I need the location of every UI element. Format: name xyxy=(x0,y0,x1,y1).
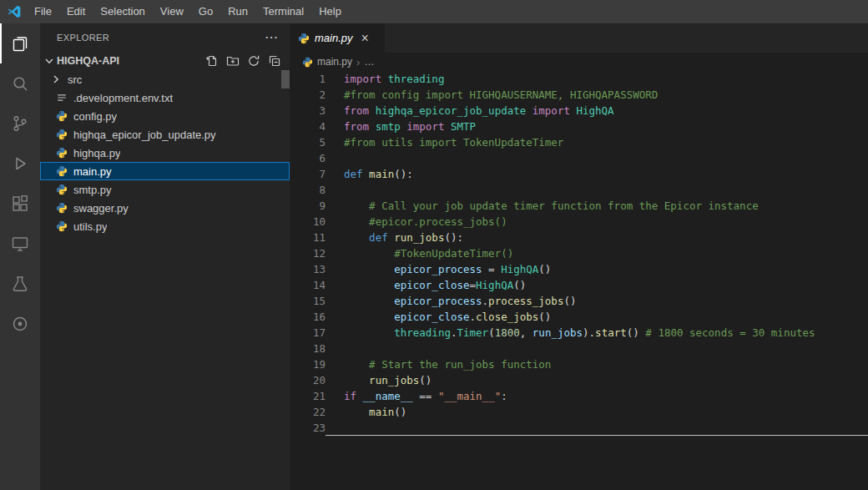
menu-selection[interactable]: Selection xyxy=(93,0,152,23)
code-text: epicor_process = HighQA() xyxy=(326,261,868,277)
activitybar-extensions[interactable] xyxy=(0,184,40,224)
python-icon xyxy=(302,57,313,68)
tree-file-utils.py[interactable]: utils.py xyxy=(40,217,290,235)
code-line-3[interactable]: 3from highqa_epicor_job_update import Hi… xyxy=(290,103,868,119)
line-number: 13 xyxy=(290,261,326,277)
explorer-file-list: src.development.env.txtconfig.pyhighqa_e… xyxy=(40,70,290,490)
chevron-down-icon xyxy=(43,54,56,68)
editor-group: main.py × main.py › … 1import threading2… xyxy=(290,23,868,490)
python-icon xyxy=(55,220,68,232)
code-text: def main(): xyxy=(326,166,868,182)
code-lines: 1import threading2#from config import HI… xyxy=(290,71,868,436)
code-line-15[interactable]: 15 epicor_process.process_jobs() xyxy=(290,293,868,309)
tree-file-highqa_epicor_job_update.py[interactable]: highqa_epicor_job_update.py xyxy=(40,125,290,144)
close-icon[interactable]: × xyxy=(361,32,369,45)
tree-file-smtp.py[interactable]: smtp.py xyxy=(40,180,290,199)
remote-explorer-icon xyxy=(10,234,30,254)
tree-file-swagger.py[interactable]: swagger.py xyxy=(40,199,290,217)
new-file-icon[interactable] xyxy=(205,54,219,68)
code-line-10[interactable]: 10 #epicor.process_jobs() xyxy=(290,214,868,230)
activitybar-source-control[interactable] xyxy=(0,104,40,144)
code-text: run_jobs() xyxy=(326,372,868,388)
tree-folder-src[interactable]: src xyxy=(40,70,290,88)
sidebar-scrollbar[interactable] xyxy=(281,70,290,88)
code-text xyxy=(326,341,868,356)
breadcrumb-more[interactable]: … xyxy=(364,56,374,68)
code-line-11[interactable]: 11 def run_jobs(): xyxy=(290,230,868,245)
line-number: 11 xyxy=(290,230,326,245)
code-editor[interactable]: 1import threading2#from config import HI… xyxy=(290,71,868,490)
tab-bar: main.py × xyxy=(290,23,868,53)
line-number: 7 xyxy=(290,166,326,182)
code-line-16[interactable]: 16 epicor_close.close_jobs() xyxy=(290,309,868,325)
code-line-4[interactable]: 4from smtp import SMTP xyxy=(290,119,868,134)
sidebar-header: EXPLORER ⋯ xyxy=(40,23,290,52)
code-line-20[interactable]: 20 run_jobs() xyxy=(290,372,868,388)
file-label: config.py xyxy=(73,110,117,123)
file-label: swagger.py xyxy=(73,202,129,215)
menu-file[interactable]: File xyxy=(27,0,59,23)
code-text: # Call your job update timer function fr… xyxy=(326,198,868,214)
code-line-6[interactable]: 6 xyxy=(290,150,868,166)
activitybar-run-and-debug[interactable] xyxy=(0,144,40,184)
new-folder-icon[interactable] xyxy=(226,54,240,68)
collapse-all-icon[interactable] xyxy=(268,54,281,68)
line-number: 10 xyxy=(290,214,326,230)
vscode-logo-icon xyxy=(7,4,22,19)
code-line-22[interactable]: 22 main() xyxy=(290,404,868,420)
activitybar-extension-view[interactable] xyxy=(0,304,40,344)
line-number: 14 xyxy=(290,277,326,293)
code-line-19[interactable]: 19 # Start the run_jobs function xyxy=(290,356,868,372)
activitybar-search[interactable] xyxy=(0,63,40,104)
menu-run[interactable]: Run xyxy=(220,0,255,23)
more-actions-icon[interactable]: ⋯ xyxy=(265,31,278,44)
python-icon xyxy=(55,147,68,159)
code-text xyxy=(326,150,868,166)
menubar: FileEditSelectionViewGoRunTerminalHelp xyxy=(0,0,868,23)
files-icon xyxy=(10,33,30,53)
code-text: # Start the run_jobs function xyxy=(326,356,868,372)
file-label: highqa_epicor_job_update.py xyxy=(73,129,216,141)
code-line-13[interactable]: 13 epicor_process = HighQA() xyxy=(290,261,868,277)
code-line-2[interactable]: 2#from config import HIGHQAUSERNAME, HIG… xyxy=(290,87,868,103)
refresh-icon[interactable] xyxy=(247,54,260,68)
tree-file-highqa.py[interactable]: highqa.py xyxy=(40,144,290,162)
menu-go[interactable]: Go xyxy=(191,0,220,23)
code-line-1[interactable]: 1import threading xyxy=(290,71,868,87)
code-line-7[interactable]: 7def main(): xyxy=(290,166,868,182)
code-line-23[interactable]: 23 xyxy=(290,420,868,436)
code-line-14[interactable]: 14 epicor_close=HighQA() xyxy=(290,277,868,293)
source-control-icon xyxy=(10,114,30,134)
line-number: 17 xyxy=(290,325,326,341)
code-line-5[interactable]: 5#from utils import TokenUpdateTimer xyxy=(290,134,868,150)
code-line-12[interactable]: 12 #TokenUpdateTimer() xyxy=(290,245,868,261)
menu-edit[interactable]: Edit xyxy=(59,0,93,23)
line-number: 21 xyxy=(290,388,326,404)
code-line-18[interactable]: 18 xyxy=(290,341,868,356)
line-number: 5 xyxy=(290,134,326,150)
code-line-8[interactable]: 8 xyxy=(290,182,868,198)
menu-help[interactable]: Help xyxy=(311,0,349,23)
code-line-9[interactable]: 9 # Call your job update timer function … xyxy=(290,198,868,214)
code-line-21[interactable]: 21if __name__ == "__main__": xyxy=(290,388,868,404)
tree-file-main.py[interactable]: main.py xyxy=(40,162,290,180)
menu-view[interactable]: View xyxy=(153,0,191,23)
menu-terminal[interactable]: Terminal xyxy=(255,0,311,23)
tree-file-.development.env.txt[interactable]: .development.env.txt xyxy=(40,88,290,107)
explorer-sidebar: EXPLORER ⋯ HIGHQA-API src.development.en… xyxy=(40,23,290,490)
activitybar-remote-explorer[interactable] xyxy=(0,224,40,264)
code-line-17[interactable]: 17 threading.Timer(1800, run_jobs).start… xyxy=(290,325,868,341)
folder-section-header[interactable]: HIGHQA-API xyxy=(40,52,290,70)
python-icon xyxy=(55,129,68,140)
activitybar-testing[interactable] xyxy=(0,264,40,304)
tree-file-config.py[interactable]: config.py xyxy=(40,107,290,125)
code-text: import threading xyxy=(326,71,868,87)
beaker-icon xyxy=(10,274,30,294)
tab-main-py[interactable]: main.py × xyxy=(290,23,385,53)
code-text xyxy=(326,182,868,198)
breadcrumb-file[interactable]: main.py xyxy=(317,56,352,68)
code-text: #epicor.process_jobs() xyxy=(326,214,868,230)
line-number: 18 xyxy=(290,341,326,356)
line-number: 16 xyxy=(290,309,326,325)
activitybar-explorer[interactable] xyxy=(0,23,40,63)
